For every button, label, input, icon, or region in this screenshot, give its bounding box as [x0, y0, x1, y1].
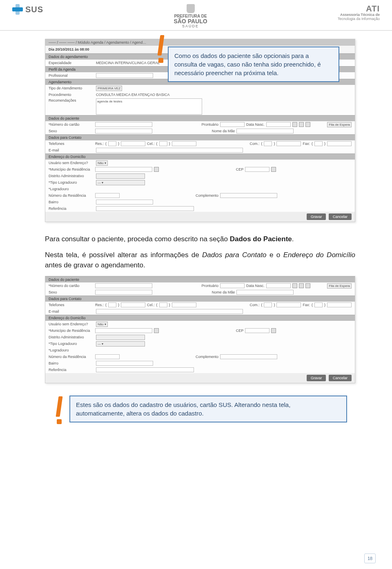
select-distrito[interactable]: [96, 173, 145, 179]
field-sexo-2[interactable]: [95, 290, 152, 295]
field-fax-ddd[interactable]: [314, 141, 323, 146]
field-com-num[interactable]: [276, 141, 301, 146]
label-prontuario: Prontuário: [202, 122, 219, 127]
label-procedimento: Procedimento: [49, 93, 94, 97]
field-num-res[interactable]: [95, 193, 120, 198]
label-telefones: Telefones: [49, 142, 94, 146]
field-email-2[interactable]: [96, 309, 243, 314]
label-tipo-log: *Tipo Logradouro: [49, 180, 94, 184]
value-especialidade: MEDICINA INTERNA/CLINICA GERAL: [96, 61, 160, 65]
section-paciente: Dados do paciente: [45, 115, 355, 121]
label-num-cartao: *Número do cartão: [49, 122, 94, 127]
calendar-icon[interactable]: [292, 122, 297, 127]
label-bairro: Bairro: [49, 200, 94, 204]
calendar-icon[interactable]: [292, 283, 297, 288]
label-tipo-atend: Tipo de Atendimento: [49, 86, 94, 90]
field-cel-ddd[interactable]: [159, 141, 167, 146]
page-number: 18: [364, 553, 376, 563]
field-cep[interactable]: [245, 167, 270, 172]
label-profissional: Profissional: [49, 73, 94, 78]
field-nome-mae[interactable]: [236, 129, 294, 133]
cancelar-button-2[interactable]: Cancelar: [329, 375, 352, 381]
label-logradouro: *Logradouro: [49, 187, 94, 191]
label-municipio: *Município de Residência: [49, 167, 94, 171]
fila-espera-button-2[interactable]: Fila de Espera: [327, 283, 352, 289]
prefeitura-logo: PREFEITURA DE SÃO PAULO SAÚDE: [174, 4, 207, 29]
save-icon[interactable]: [305, 283, 310, 288]
field-email[interactable]: [96, 148, 243, 153]
section-contato: Dados para Contato: [45, 134, 355, 140]
select-tipo-log[interactable]: --- ▾: [96, 180, 145, 185]
section-endereco: Endereço do Domicílio: [45, 153, 355, 160]
field-data-nasc-2[interactable]: [266, 283, 291, 288]
search-icon[interactable]: [299, 283, 304, 288]
label-email: E-mail: [49, 148, 94, 152]
label-sem-endereco: Usuário sem Endereço?: [49, 161, 94, 165]
gravar-button-2[interactable]: Gravar: [307, 375, 326, 381]
field-prontuario[interactable]: [220, 122, 245, 127]
callout-2-wrap: Estes são os dados do cadastro de usuári…: [69, 396, 347, 422]
page-header: SUS PREFEITURA DE SÃO PAULO SAÚDE ATI As…: [0, 0, 392, 31]
search-municipio-icon[interactable]: [154, 328, 159, 333]
sus-cross-icon: [12, 4, 23, 15]
shield-icon: [187, 4, 195, 13]
callout-2: Estes são os dados do cadastro de usuári…: [69, 396, 347, 422]
select-tipo-atend[interactable]: PRIMEIRA VEZ: [96, 86, 122, 91]
gravar-button[interactable]: Gravar: [307, 213, 326, 220]
fila-espera-button[interactable]: Fila de Espera: [327, 122, 352, 127]
field-complemento[interactable]: [220, 193, 277, 198]
label-sexo: Sexo: [49, 129, 94, 133]
callout-1: Como os dados do paciente são opcionais …: [168, 47, 339, 82]
select-sem-endereco[interactable]: Não ▾: [96, 160, 108, 166]
value-procedimento: CONSULTA MEDICA EM ATENÇAO BASICA: [96, 93, 170, 97]
field-res-num[interactable]: [121, 141, 145, 146]
label-data-nasc: Data Nasc.: [246, 122, 265, 127]
cancelar-button[interactable]: Cancelar: [329, 213, 352, 220]
textarea-recomend[interactable]: agenda de testes: [96, 98, 202, 115]
field-com-ddd[interactable]: [264, 141, 272, 146]
breadcrumb: —— / —— —— / Módulo Agenda / Agendamento…: [45, 39, 355, 46]
paragraph-1: Para consultar o paciente, proceda como …: [45, 234, 355, 244]
field-bairro[interactable]: [96, 200, 153, 204]
field-municipio[interactable]: [95, 167, 152, 172]
label-especialidade: Especialidade: [49, 61, 94, 65]
exclamation-icon: [52, 396, 66, 429]
sus-logo: SUS: [12, 4, 43, 15]
field-referencia[interactable]: [96, 206, 194, 211]
field-res-ddd[interactable]: [108, 141, 116, 146]
search-cep-icon[interactable]: [271, 328, 276, 333]
label-referencia: Referência: [49, 207, 94, 211]
label-recomend: Recomendações: [49, 98, 94, 102]
field-fax-num[interactable]: [327, 141, 352, 146]
ati-logo: ATI Assessoria Técnica de Tecnologia da …: [338, 4, 380, 21]
exclamation-icon: [154, 35, 168, 68]
field-profissional[interactable]: [96, 73, 153, 78]
field-num-cartao[interactable]: [95, 122, 152, 127]
label-nome-mae: Nome da Mãe: [212, 129, 235, 133]
form-screenshot-2: Dados do paciente *Número do cartão Pron…: [45, 276, 355, 383]
form-screenshot-1: —— / —— —— / Módulo Agenda / Agendamento…: [45, 39, 355, 222]
label-num-res: Número da Residência: [49, 193, 94, 198]
search-cep-icon[interactable]: [271, 167, 276, 172]
search-icon[interactable]: [299, 122, 304, 127]
sus-label: SUS: [25, 5, 43, 14]
field-sexo[interactable]: [95, 129, 152, 133]
field-nome-mae-2[interactable]: [236, 290, 294, 295]
field-num-cartao-2[interactable]: [95, 283, 152, 288]
field-data-nasc[interactable]: [266, 122, 291, 127]
label-distrito: Distrito Administrativo: [49, 174, 94, 178]
field-cel-num[interactable]: [172, 141, 196, 146]
select-sem-endereco-2[interactable]: Não ▾: [96, 322, 108, 327]
content-area: —— / —— —— / Módulo Agenda / Agendamento…: [0, 31, 392, 439]
field-prontuario-2[interactable]: [220, 283, 245, 288]
label-complemento: Complemento: [196, 193, 218, 198]
save-icon[interactable]: [305, 122, 310, 127]
paragraph-2: Nesta tela, é possível alterar as inform…: [45, 250, 355, 270]
search-municipio-icon[interactable]: [154, 167, 159, 172]
button-bar: Gravar Cancelar: [45, 212, 355, 222]
section-paciente-2: Dados do paciente: [45, 276, 355, 282]
label-cep: CEP: [236, 167, 244, 171]
